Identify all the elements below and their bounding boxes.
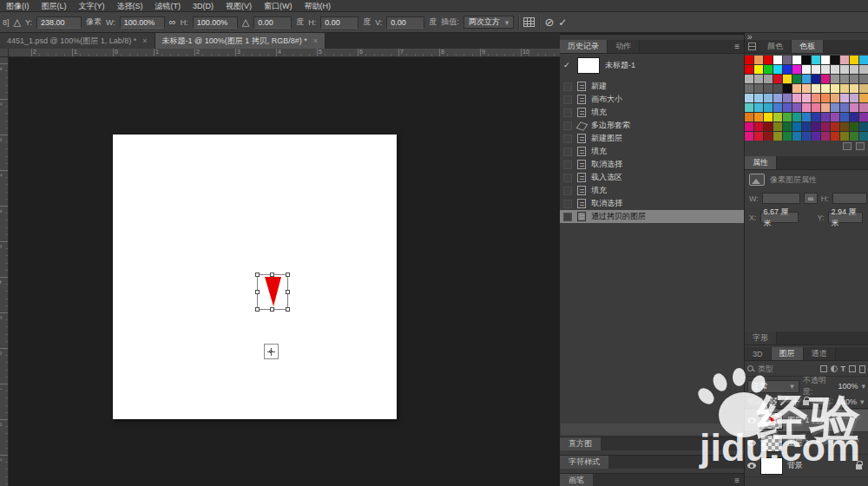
tab-character-styles[interactable]: 字符样式 (560, 456, 608, 469)
filter-shape-icon[interactable] (849, 365, 856, 372)
color-swatch[interactable] (812, 113, 820, 122)
color-swatch[interactable] (812, 103, 820, 112)
color-swatch[interactable] (754, 94, 763, 102)
color-swatch[interactable] (745, 65, 753, 74)
color-swatch[interactable] (821, 122, 830, 131)
color-swatch[interactable] (812, 94, 820, 102)
history-item[interactable]: 新建 (560, 80, 744, 93)
vertical-ruler[interactable]: 210123456789 (0, 57, 9, 486)
color-swatch[interactable] (764, 113, 773, 122)
history-item[interactable]: 画布大小 (560, 93, 744, 106)
layer-row-layer-1-copy[interactable]: 图层 1 拷贝 (745, 410, 868, 432)
color-swatch[interactable] (850, 84, 858, 93)
history-brush-slot[interactable] (563, 174, 572, 182)
transform-handle-top-right[interactable] (286, 273, 290, 277)
transform-handle-mid-left[interactable] (255, 290, 260, 294)
prop-w-input[interactable] (762, 193, 800, 204)
new-swatch-icon[interactable] (843, 142, 852, 150)
color-swatch[interactable] (745, 132, 753, 141)
h-input[interactable]: 100.00% (193, 16, 238, 29)
color-swatch[interactable] (773, 75, 782, 83)
menu-item[interactable]: 窗口(W) (258, 0, 299, 12)
color-swatch[interactable] (802, 132, 811, 141)
color-swatch[interactable] (745, 103, 753, 112)
color-swatch[interactable] (773, 56, 782, 64)
transform-handle-bottom-right[interactable] (286, 307, 290, 312)
lock-image-pixels-icon[interactable] (780, 397, 788, 405)
layer-name[interactable]: 背景 (787, 460, 803, 471)
color-swatch[interactable] (773, 65, 782, 74)
color-swatch[interactable] (792, 84, 801, 93)
filter-type-icon[interactable]: T (841, 365, 846, 373)
color-swatch[interactable] (773, 94, 782, 102)
color-swatch[interactable] (792, 56, 801, 64)
tab-color[interactable]: 颜色 (760, 40, 792, 53)
color-swatch[interactable] (754, 65, 763, 74)
history-brush-slot[interactable] (563, 200, 572, 208)
color-swatch[interactable] (745, 113, 753, 122)
blend-mode-dropdown[interactable]: 正常 ▾ (747, 380, 799, 393)
lock-all-icon[interactable] (803, 400, 809, 405)
color-swatch[interactable] (821, 132, 830, 141)
menu-item[interactable]: 帮助(H) (299, 0, 338, 12)
color-swatch[interactable] (859, 132, 868, 141)
color-swatch[interactable] (773, 132, 782, 141)
color-swatch[interactable] (754, 56, 763, 64)
color-swatch[interactable] (831, 75, 839, 83)
history-item[interactable]: 载入选区 (560, 171, 744, 184)
color-swatch[interactable] (850, 75, 858, 83)
color-swatch[interactable] (850, 113, 858, 122)
color-swatch[interactable] (802, 94, 811, 102)
color-swatch[interactable] (840, 103, 849, 112)
color-swatch[interactable] (792, 75, 801, 83)
color-swatch[interactable] (773, 122, 782, 131)
tab-brush[interactable]: 画笔 (560, 474, 593, 486)
color-swatch[interactable] (745, 56, 753, 64)
color-swatch[interactable] (764, 103, 773, 112)
document-canvas[interactable] (113, 135, 397, 419)
transform-handle-top-left[interactable] (255, 273, 260, 277)
color-swatch[interactable] (859, 94, 868, 102)
color-swatch[interactable] (859, 122, 868, 131)
filter-kind-dropdown[interactable]: 类型 (758, 364, 773, 375)
eye-icon[interactable] (747, 463, 756, 469)
color-swatch[interactable] (821, 103, 830, 112)
color-swatch[interactable] (792, 94, 801, 102)
history-item[interactable]: 取消选择 (560, 158, 744, 171)
color-swatch[interactable] (802, 84, 811, 93)
color-swatch[interactable] (840, 122, 849, 131)
color-swatch[interactable] (840, 75, 849, 83)
tab-swatches[interactable]: 色板 (792, 40, 824, 53)
color-swatch[interactable] (792, 103, 801, 112)
color-swatch[interactable] (821, 94, 830, 102)
transform-handle-bottom-left[interactable] (255, 307, 260, 312)
filter-smart-object-icon[interactable] (859, 365, 865, 373)
color-swatch[interactable] (792, 122, 801, 131)
color-swatch[interactable] (831, 122, 839, 131)
color-swatch[interactable] (783, 75, 792, 83)
color-swatch[interactable] (859, 103, 868, 112)
layer-row-background[interactable]: 背景 (745, 455, 868, 477)
color-swatch[interactable] (792, 132, 801, 141)
menu-item[interactable]: 3D(D) (187, 0, 220, 12)
color-swatch[interactable] (850, 65, 858, 74)
tab-glyphs[interactable]: 字形 (745, 332, 777, 345)
tab-3d[interactable]: 3D (745, 347, 772, 360)
history-snapshot-row[interactable]: ✓ 未标题-1 (560, 54, 744, 76)
color-swatch[interactable] (783, 103, 792, 112)
color-swatch[interactable] (812, 122, 820, 131)
horizontal-ruler[interactable]: 21012345678910 (9, 49, 560, 57)
color-swatch[interactable] (745, 122, 753, 131)
color-swatch[interactable] (754, 122, 763, 131)
ruler-origin-corner[interactable] (0, 49, 9, 57)
canvas-pasteboard[interactable] (9, 57, 560, 486)
color-swatch[interactable] (754, 84, 763, 93)
transform-bounding-box[interactable] (257, 274, 288, 310)
color-swatch[interactable] (764, 65, 773, 74)
color-swatch[interactable] (850, 56, 858, 64)
menu-item[interactable]: 图层(L) (36, 0, 73, 12)
tab-histogram[interactable]: 直方图 (560, 437, 601, 450)
color-swatch[interactable] (821, 75, 830, 83)
color-swatch[interactable] (792, 65, 801, 74)
color-swatch[interactable] (831, 56, 839, 64)
